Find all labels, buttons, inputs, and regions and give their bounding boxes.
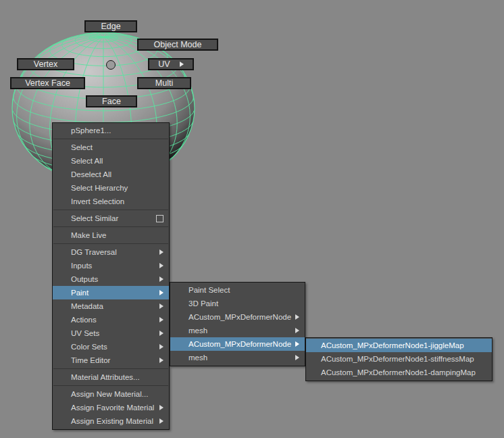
marking-menu-item-vertex-face[interactable]: Vertex Face xyxy=(10,77,85,89)
marking-menu-item-uv[interactable]: UV xyxy=(148,58,194,70)
menu-item-inputs[interactable]: Inputs xyxy=(53,259,169,272)
submenu-arrow-icon xyxy=(180,62,184,67)
submenu-item-mesh-2[interactable]: mesh xyxy=(170,351,305,364)
menu-item-label: UV Sets xyxy=(71,329,99,337)
context-menu: pSphere1... Select Select All Deselect A… xyxy=(52,122,170,430)
marking-menu-label: Object Mode xyxy=(154,40,202,49)
submenu-arrow-icon xyxy=(159,263,163,268)
option-box-icon[interactable] xyxy=(156,215,163,222)
maya-viewport: Edge Object Mode Vertex UV Vertex Face M… xyxy=(0,0,504,438)
submenu-arrow-icon xyxy=(159,418,163,424)
menu-item-label: Time Editor xyxy=(71,356,110,364)
marking-menu-item-multi[interactable]: Multi xyxy=(137,77,191,89)
submenu-arrow-icon xyxy=(159,276,163,282)
menu-separator xyxy=(53,139,168,139)
menu-item-assign-favorite-material[interactable]: Assign Favorite Material xyxy=(53,401,169,414)
menu-separator xyxy=(53,385,168,386)
menu-item-dg-traversal[interactable]: DG Traversal xyxy=(53,245,169,259)
submenu-arrow-icon xyxy=(159,358,163,363)
menu-item-select[interactable]: Select xyxy=(53,141,169,154)
submenu-arrow-icon xyxy=(295,355,299,360)
submenu-item-acustom-mpxdeformernode-2[interactable]: ACustom_MPxDeformerNode xyxy=(170,337,305,351)
submenu-arrow-icon xyxy=(295,314,299,320)
menu-item-select-all[interactable]: Select All xyxy=(53,154,169,168)
menu-item-deselect-all[interactable]: Deselect All xyxy=(53,168,169,181)
submenu-arrow-icon xyxy=(159,331,163,336)
submenu-arrow-icon xyxy=(159,249,163,255)
menu-item-label: DG Traversal xyxy=(71,248,117,256)
menu-item-label: Outputs xyxy=(71,275,98,283)
menu-item-label: Assign Existing Material xyxy=(71,417,153,425)
menu-separator xyxy=(53,368,168,369)
menu-item-label: mesh xyxy=(188,354,207,362)
marking-menu-item-face[interactable]: Face xyxy=(86,95,137,107)
submenu-arrow-icon xyxy=(295,328,299,333)
marking-menu-label: Vertex xyxy=(34,59,57,69)
menu-item-color-sets[interactable]: Color Sets xyxy=(53,340,169,354)
menu-item-label: Metadata xyxy=(71,302,103,310)
menu-item-label: Color Sets xyxy=(71,343,107,351)
submenu-arrow-icon xyxy=(159,405,163,410)
submenu-item-acustom-mpxdeformernode-1[interactable]: ACustom_MPxDeformerNode xyxy=(170,310,305,324)
menu-item-assign-new-material[interactable]: Assign New Material... xyxy=(53,387,169,401)
map-submenu: ACustom_MPxDeformerNode1-jiggleMap ACust… xyxy=(305,337,493,381)
menu-item-material-attributes[interactable]: Material Attributes... xyxy=(53,370,169,384)
context-menu-header-psphere1[interactable]: pSphere1... xyxy=(53,124,169,137)
paint-submenu: Paint Select 3D Paint ACustom_MPxDeforme… xyxy=(170,282,305,366)
menu-item-metadata[interactable]: Metadata xyxy=(53,299,169,313)
submenu-item-stiffnessmap[interactable]: ACustom_MPxDeformerNode1-stiffnessMap xyxy=(306,352,492,366)
marking-menu-label: Face xyxy=(102,97,121,106)
submenu-arrow-icon xyxy=(295,341,299,347)
marking-menu-item-edge[interactable]: Edge xyxy=(84,20,137,32)
menu-separator xyxy=(53,210,168,210)
menu-item-label: mesh xyxy=(188,326,207,335)
submenu-arrow-icon xyxy=(159,344,163,349)
menu-item-label: Actions xyxy=(71,316,97,324)
submenu-arrow-icon xyxy=(159,317,163,322)
menu-item-label: ACustom_MPxDeformerNode xyxy=(188,340,291,348)
submenu-item-paint-select[interactable]: Paint Select xyxy=(170,283,305,297)
marking-menu-label: Vertex Face xyxy=(25,78,70,88)
menu-separator xyxy=(53,226,168,227)
marking-menu-center-dot xyxy=(106,60,116,70)
menu-item-select-hierarchy[interactable]: Select Hierarchy xyxy=(53,181,169,195)
menu-item-make-live[interactable]: Make Live xyxy=(53,228,169,242)
menu-item-outputs[interactable]: Outputs xyxy=(53,272,169,286)
menu-item-invert-selection[interactable]: Invert Selection xyxy=(53,195,169,208)
menu-item-label: Inputs xyxy=(71,262,92,270)
submenu-item-jigglemap[interactable]: ACustom_MPxDeformerNode1-jiggleMap xyxy=(306,339,492,352)
menu-item-assign-existing-material[interactable]: Assign Existing Material xyxy=(53,414,169,428)
submenu-item-mesh-1[interactable]: mesh xyxy=(170,324,305,337)
menu-item-select-similar[interactable]: Select Similar xyxy=(53,212,169,225)
submenu-item-3d-paint[interactable]: 3D Paint xyxy=(170,297,305,310)
submenu-arrow-icon xyxy=(159,303,163,309)
menu-item-label: ACustom_MPxDeformerNode xyxy=(188,313,291,321)
menu-item-uv-sets[interactable]: UV Sets xyxy=(53,326,169,340)
submenu-arrow-icon xyxy=(159,290,163,295)
marking-menu-item-object-mode[interactable]: Object Mode xyxy=(137,39,218,51)
submenu-item-dampingmap[interactable]: ACustom_MPxDeformerNode1-dampingMap xyxy=(306,366,492,379)
menu-item-label: Assign Favorite Material xyxy=(71,404,154,412)
marking-menu-label: Multi xyxy=(155,78,173,88)
menu-separator xyxy=(53,243,168,244)
marking-menu-label: Edge xyxy=(101,22,120,31)
menu-item-label: Paint xyxy=(71,289,89,297)
menu-item-time-editor[interactable]: Time Editor xyxy=(53,354,169,367)
menu-item-paint[interactable]: Paint xyxy=(53,286,169,299)
marking-menu-item-vertex[interactable]: Vertex xyxy=(17,58,74,70)
marking-menu-label: UV xyxy=(158,59,170,69)
menu-item-label: Select Similar xyxy=(71,214,118,222)
menu-item-actions[interactable]: Actions xyxy=(53,313,169,326)
